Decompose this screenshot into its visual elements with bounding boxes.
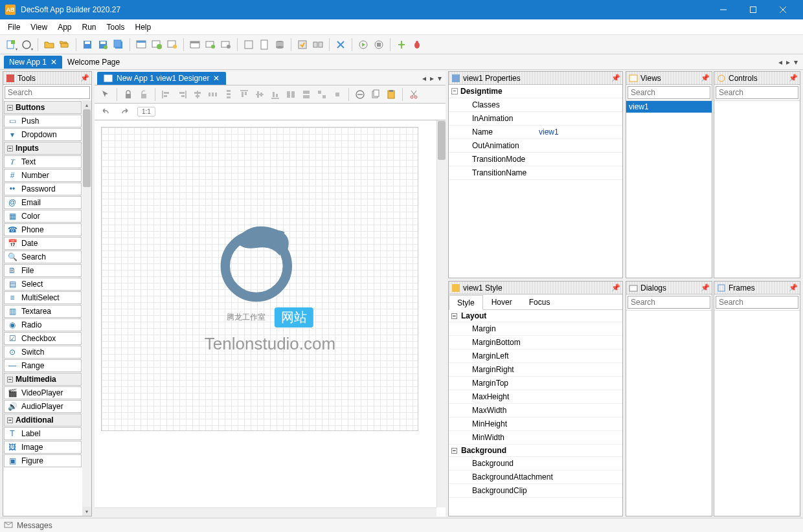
center-button[interactable] [330, 87, 345, 102]
close-icon[interactable]: ✕ [213, 74, 220, 83]
tab-next-button[interactable]: ▸ [785, 58, 791, 67]
style-row[interactable]: BackgroundAttachment [449, 471, 622, 484]
pin-icon[interactable]: 📌 [701, 74, 709, 82]
properties-grid[interactable]: −Designtime ClassesInAnimationNameview1O… [449, 85, 622, 278]
save-as-button[interactable] [96, 38, 110, 52]
tool-item-search[interactable]: 🔍Search [4, 250, 82, 263]
list-item[interactable]: view1 [626, 101, 712, 113]
close-icon[interactable]: ✕ [51, 58, 57, 67]
style-row[interactable]: MinWidth [449, 431, 622, 445]
menu-view[interactable]: View [25, 21, 52, 34]
menu-file[interactable]: File [3, 21, 25, 34]
tool-item-email[interactable]: @Email [4, 196, 82, 209]
tools-button[interactable] [334, 38, 348, 52]
lock-button[interactable] [121, 87, 135, 102]
doc-tab-welcome[interactable]: Welcome Page [62, 56, 125, 69]
next-button[interactable]: ▸ [429, 74, 435, 83]
align-bottom-button[interactable] [268, 87, 282, 102]
dist-v-button[interactable] [221, 87, 236, 102]
pin-icon[interactable]: 📌 [612, 284, 620, 292]
style-tab-style[interactable]: Style [449, 295, 483, 310]
tool-item-videoplayer[interactable]: 🎬VideoPlayer [4, 386, 82, 399]
copy-button[interactable] [368, 87, 383, 102]
view-add-button[interactable] [150, 38, 164, 52]
property-row[interactable]: OutAnimation [449, 139, 622, 153]
tool-item-date[interactable]: 📅Date [4, 237, 82, 250]
doc-tab-newapp1[interactable]: New App 1 ✕ [4, 56, 62, 69]
align-right-button[interactable] [175, 87, 189, 102]
style-category[interactable]: −Background [449, 445, 622, 457]
minimize-button[interactable] [708, 0, 738, 19]
new-button[interactable]: ▾ [4, 38, 18, 52]
view-gear-button[interactable] [165, 38, 179, 52]
controls-list[interactable] [714, 100, 800, 278]
pin-icon[interactable]: 📌 [789, 74, 797, 82]
style-row[interactable]: BackgroundClip [449, 484, 622, 498]
redo-button[interactable] [118, 105, 132, 119]
property-value[interactable] [536, 153, 622, 166]
style-row[interactable]: MarginRight [449, 363, 622, 377]
tool-item-number[interactable]: #Number [4, 169, 82, 182]
tool-item-textarea[interactable]: ▥Textarea [4, 305, 82, 318]
menu-help[interactable]: Help [130, 21, 157, 34]
tool-item-dropdown[interactable]: ▾Dropdown [4, 128, 82, 141]
document-button[interactable] [257, 38, 271, 52]
tool-group[interactable]: −Inputs [4, 142, 82, 155]
tool-item-range[interactable]: —Range [4, 359, 82, 372]
style-row[interactable]: MarginBottom [449, 336, 622, 349]
menu-tools[interactable]: Tools [102, 21, 130, 34]
designer-tab[interactable]: New App 1 view1 Designer ✕ [97, 72, 226, 85]
property-row[interactable]: TransitionName [449, 166, 622, 180]
canvas-hscroll[interactable] [95, 507, 436, 516]
open-button[interactable]: ▾ [19, 38, 34, 52]
tool-item-switch[interactable]: ⊙Switch [4, 346, 82, 359]
style-row[interactable]: MinHeight [449, 417, 622, 431]
tool-item-push[interactable]: ▭Push [4, 115, 82, 127]
views-list[interactable]: view1 [626, 100, 712, 278]
same-size-button[interactable] [315, 87, 329, 102]
cut-button[interactable] [407, 87, 421, 102]
frames-search-input[interactable] [716, 296, 798, 309]
style-category[interactable]: −Layout [449, 310, 622, 322]
dist-h-button[interactable] [206, 87, 220, 102]
style-row[interactable]: Margin [449, 322, 622, 336]
style-tab-hover[interactable]: Hover [483, 294, 521, 309]
tool-item-password[interactable]: ••Password [4, 183, 82, 195]
menu-app[interactable]: App [52, 21, 76, 34]
save-button[interactable] [80, 38, 95, 52]
dialogs-list[interactable] [626, 310, 712, 516]
tool-item-image[interactable]: 🖼Image [4, 441, 82, 454]
close-button[interactable] [768, 0, 798, 19]
property-value[interactable] [536, 166, 622, 179]
stop-button[interactable] [372, 38, 386, 52]
property-row[interactable]: TransitionMode [449, 153, 622, 166]
property-row[interactable]: InAnimation [449, 112, 622, 126]
style-grid[interactable]: −LayoutMarginMarginBottomMarginLeftMargi… [449, 310, 622, 516]
run-button[interactable] [356, 38, 370, 52]
tool-group[interactable]: −Buttons [4, 101, 82, 114]
tab-menu-button[interactable]: ▾ [793, 58, 799, 67]
menu-run[interactable]: Run [77, 21, 102, 34]
property-value[interactable] [536, 139, 622, 152]
property-row[interactable]: Classes [449, 98, 622, 112]
maximize-button[interactable] [738, 0, 768, 19]
database-button[interactable] [273, 38, 287, 52]
debug-button[interactable] [394, 38, 409, 52]
paste-button[interactable] [384, 87, 398, 102]
ratio-badge[interactable]: 1:1 [137, 107, 155, 116]
pin-icon[interactable]: 📌 [789, 284, 797, 292]
pin-icon[interactable]: 📌 [81, 74, 89, 82]
tool-item-checkbox[interactable]: ☑Checkbox [4, 332, 82, 345]
build2-button[interactable] [311, 38, 325, 52]
property-value[interactable] [536, 112, 622, 125]
scrollbar[interactable]: ▴▾ [82, 100, 91, 516]
tools-search-input[interactable] [5, 86, 90, 99]
style-row[interactable]: Background [449, 457, 622, 471]
style-row[interactable]: MaxWidth [449, 404, 622, 417]
dialog-button[interactable] [188, 38, 202, 52]
cursor-button[interactable] [98, 87, 113, 102]
tool-item-multiselect[interactable]: ≡MultiSelect [4, 291, 82, 304]
pin-icon[interactable]: 📌 [701, 284, 709, 292]
property-row[interactable]: Nameview1 [449, 126, 622, 139]
align-vcenter-button[interactable] [253, 87, 267, 102]
